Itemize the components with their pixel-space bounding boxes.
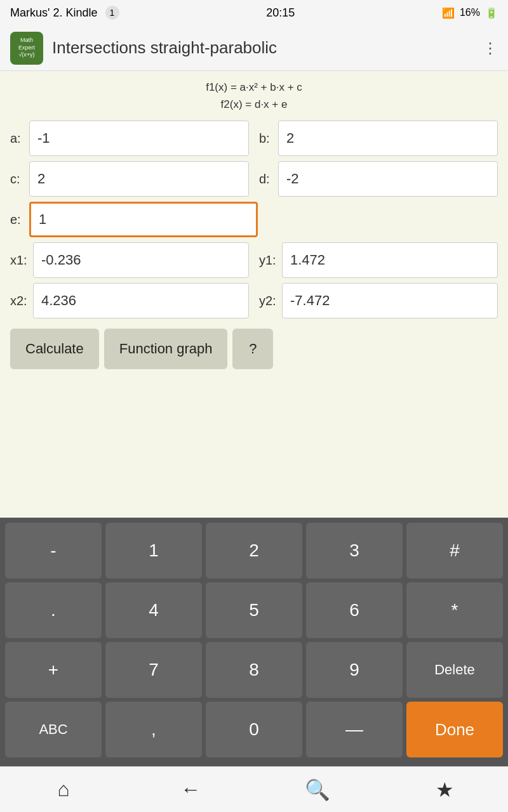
key-2[interactable]: 2 — [206, 523, 302, 579]
key-8[interactable]: 8 — [206, 642, 302, 698]
app-icon: MathExpert√(x+y) — [10, 32, 43, 65]
e-label: e: — [10, 213, 29, 227]
e-row: e: — [10, 202, 498, 237]
e-input[interactable] — [29, 202, 258, 237]
status-bar: Markus' 2. Kindle 1 20:15 📶 16% 🔋 — [0, 0, 508, 25]
battery-level: 16% — [460, 7, 480, 18]
key-minus[interactable]: - — [5, 523, 102, 579]
a-label: a: — [10, 131, 29, 146]
b-input[interactable] — [278, 121, 498, 156]
wifi-icon: 📶 — [442, 7, 455, 19]
cd-row: c: d: — [10, 161, 498, 197]
x2-label: x2: — [10, 294, 33, 308]
battery-icon: 🔋 — [485, 7, 498, 19]
key-abc[interactable]: ABC — [5, 702, 102, 757]
key-dot[interactable]: . — [5, 582, 102, 638]
y1-value: 1.472 — [282, 242, 498, 278]
key-6[interactable]: 6 — [306, 582, 403, 638]
d-label: d: — [259, 172, 278, 187]
key-4[interactable]: 4 — [105, 582, 202, 638]
main-content: f1(x) = a·x² + b·x + c f2(x) = d·x + e a… — [0, 71, 508, 579]
key-9[interactable]: 9 — [306, 642, 403, 698]
device-name: Markus' 2. Kindle — [10, 6, 98, 20]
status-right: 📶 16% 🔋 — [442, 7, 498, 19]
function-graph-button[interactable]: Function graph — [104, 329, 228, 369]
x2y2-row: x2: 4.236 y2: -7.472 — [10, 283, 498, 318]
status-time: 20:15 — [266, 6, 295, 20]
key-plus[interactable]: + — [5, 642, 102, 698]
nav-star[interactable]: ★ — [419, 771, 470, 809]
nav-back[interactable]: ← — [165, 771, 216, 809]
key-1[interactable]: 1 — [105, 523, 202, 579]
x1-label: x1: — [10, 253, 33, 268]
calculate-button[interactable]: Calculate — [10, 329, 99, 369]
key-3[interactable]: 3 — [306, 523, 403, 579]
key-row-2: . 4 5 6 * — [5, 582, 503, 638]
formula-area: f1(x) = a·x² + b·x + c f2(x) = d·x + e — [10, 79, 498, 113]
nav-search[interactable]: 🔍 — [292, 771, 343, 809]
key-7[interactable]: 7 — [105, 642, 202, 698]
app-icon-text: MathExpert√(x+y) — [18, 37, 35, 59]
key-done[interactable]: Done — [406, 702, 503, 757]
key-comma[interactable]: , — [105, 702, 202, 757]
formula-line1: f1(x) = a·x² + b·x + c — [10, 79, 498, 96]
y2-value: -7.472 — [282, 283, 498, 318]
key-hash[interactable]: # — [406, 523, 503, 579]
a-input[interactable] — [29, 121, 249, 156]
y1-label: y1: — [259, 253, 282, 268]
buttons-row: Calculate Function graph ? — [10, 329, 498, 369]
key-row-3: + 7 8 9 Delete — [5, 642, 503, 698]
key-space[interactable]: — — [306, 702, 403, 757]
ab-row: a: b: — [10, 121, 498, 156]
title-bar: MathExpert√(x+y) Intersections straight-… — [0, 25, 508, 71]
app-title: Intersections straight-parabolic — [52, 38, 483, 58]
key-5[interactable]: 5 — [206, 582, 302, 638]
x1y1-row: x1: -0.236 y1: 1.472 — [10, 242, 498, 278]
formula-line2: f2(x) = d·x + e — [10, 96, 498, 113]
nav-home[interactable]: ⌂ — [38, 771, 89, 809]
help-button[interactable]: ? — [232, 329, 273, 369]
y2-label: y2: — [259, 294, 282, 308]
menu-button[interactable]: ⋮ — [483, 39, 498, 57]
key-row-1: - 1 2 3 # — [5, 523, 503, 579]
notification-badge: 1 — [105, 6, 119, 20]
key-0[interactable]: 0 — [206, 702, 302, 757]
key-delete[interactable]: Delete — [406, 642, 503, 698]
b-label: b: — [259, 131, 278, 146]
key-asterisk[interactable]: * — [406, 582, 503, 638]
status-left: Markus' 2. Kindle 1 — [10, 6, 119, 20]
keyboard-area: - 1 2 3 # . 4 5 6 * + 7 8 9 Delete ABC ,… — [0, 518, 508, 766]
bottom-nav: ⌂ ← 🔍 ★ — [0, 766, 508, 812]
c-label: c: — [10, 172, 29, 187]
c-input[interactable] — [29, 161, 249, 197]
x2-value: 4.236 — [33, 283, 249, 318]
x1-value: -0.236 — [33, 242, 249, 278]
d-input[interactable] — [278, 161, 498, 197]
key-row-4: ABC , 0 — Done — [5, 702, 503, 757]
